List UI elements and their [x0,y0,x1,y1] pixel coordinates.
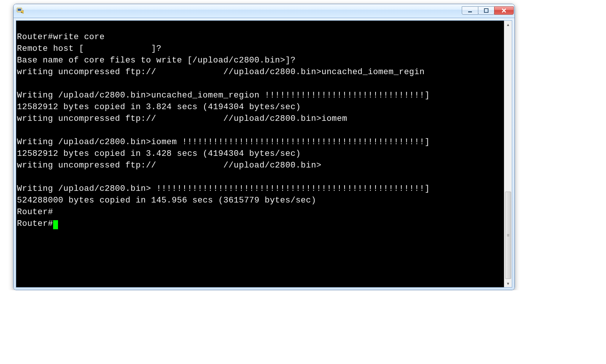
terminal-line: 12582912 bytes copied in 3.824 secs (419… [17,102,301,112]
terminal-line: Router#write core [17,32,105,42]
scroll-track[interactable] [504,28,512,280]
svg-rect-3 [468,11,472,12]
terminal-line: Router# [17,207,53,217]
terminal-line: writing uncompressed ftp:// //upload/c28… [17,114,347,123]
window-titlebar[interactable] [14,4,514,18]
terminal-line: Writing /upload/c2800.bin>uncached_iomem… [17,91,430,100]
app-icon [17,7,24,15]
terminal-line: Writing /upload/c2800.bin> !!!!!!!!!!!!!… [17,184,430,193]
maximize-button[interactable] [478,6,495,15]
client-area: Router#write core Remote host [ ]? Base … [14,18,514,290]
terminal-line: Writing /upload/c2800.bin>iomem !!!!!!!!… [17,137,430,147]
terminal-line: writing uncompressed ftp:// //upload/c28… [17,67,424,77]
scroll-down-arrow-icon[interactable]: ▼ [504,280,512,287]
close-button[interactable] [494,6,514,15]
scroll-thumb[interactable] [505,192,511,279]
vertical-scrollbar[interactable]: ▲ ▼ [504,21,512,287]
maximize-icon [484,8,489,13]
terminal-window: Router#write core Remote host [ ]? Base … [13,4,515,290]
terminal-cursor [53,220,58,229]
terminal-line: writing uncompressed ftp:// //upload/c28… [17,161,321,170]
terminal-output[interactable]: Router#write core Remote host [ ]? Base … [16,21,504,287]
terminal-line: 12582912 bytes copied in 3.428 secs (419… [17,149,301,158]
terminal-line: Remote host [ ]? [17,44,162,53]
scroll-up-arrow-icon[interactable]: ▲ [504,21,512,28]
terminal-container: Router#write core Remote host [ ]? Base … [16,20,512,288]
window-controls [462,6,514,15]
minimize-icon [467,8,473,13]
terminal-line: Base name of core files to write [/uploa… [17,56,296,65]
minimize-button[interactable] [462,6,478,15]
close-icon [501,8,507,13]
svg-point-2 [21,12,22,13]
terminal-line: 524288000 bytes copied in 145.956 secs (… [17,196,316,205]
terminal-line: Router# [17,219,53,228]
svg-rect-1 [18,9,21,11]
svg-rect-4 [484,9,488,12]
